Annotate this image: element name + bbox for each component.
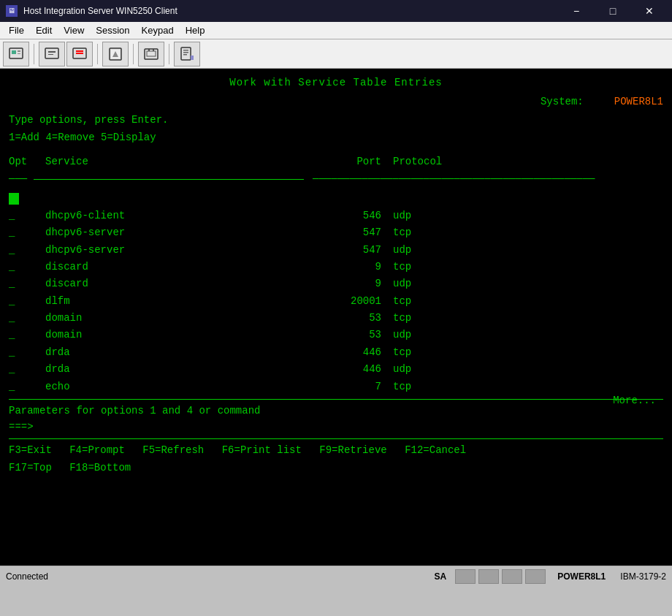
row-service: drda bbox=[45, 344, 323, 360]
menu-session[interactable]: Session bbox=[90, 22, 135, 39]
svg-rect-1 bbox=[12, 50, 16, 54]
toolbar-btn-6[interactable] bbox=[174, 42, 200, 66]
window-title: Host Integration Server WIN5250 Client bbox=[23, 6, 554, 16]
column-headers: Opt Service Port Protocol bbox=[9, 153, 663, 170]
row-port: 546 bbox=[323, 208, 381, 224]
toolbar-btn-2[interactable] bbox=[39, 42, 65, 66]
row-opt: _ bbox=[9, 293, 45, 309]
fkey-f18[interactable]: F18=Bottom bbox=[69, 462, 131, 474]
row-service: discard bbox=[45, 259, 323, 275]
fkey-f6[interactable]: F6=Print list bbox=[222, 444, 302, 456]
col-port-header: Port bbox=[323, 153, 381, 170]
row-opt: _ bbox=[9, 379, 45, 395]
row-opt: _ bbox=[9, 224, 45, 240]
title-bar: 🖥 Host Integration Server WIN5250 Client… bbox=[0, 0, 672, 22]
menu-keypad[interactable]: Keypad bbox=[136, 22, 180, 39]
row-protocol: udp bbox=[381, 208, 454, 224]
row-opt: _ bbox=[9, 327, 45, 343]
fkeys-line-1: F3=Exit F4=Prompt F5=Refresh F6=Print li… bbox=[9, 442, 663, 458]
row-protocol: udp bbox=[381, 361, 454, 377]
svg-rect-2 bbox=[18, 50, 20, 52]
fkeys-divider bbox=[9, 438, 663, 439]
table-row: _ dlfm 20001 tcp bbox=[9, 293, 663, 309]
toolbar-sep-2 bbox=[97, 44, 98, 64]
status-model: IBM-3179-2 bbox=[614, 571, 672, 582]
fkeys-line-2: F17=Top F18=Bottom bbox=[9, 460, 663, 476]
data-table: _ dhcpv6-client 546 udp _ dhcpv6-server … bbox=[9, 208, 663, 395]
menu-bar: File Edit View Session Keypad Help bbox=[0, 22, 672, 39]
row-port: 446 bbox=[323, 344, 381, 360]
opt-cursor[interactable] bbox=[9, 193, 19, 205]
svg-rect-3 bbox=[18, 53, 20, 54]
status-indicators bbox=[452, 569, 549, 584]
system-line: System: POWER8L1 bbox=[9, 94, 663, 110]
table-row: _ domain 53 udp bbox=[9, 327, 663, 343]
table-row: _ discard 9 tcp bbox=[9, 259, 663, 275]
row-port: 7 bbox=[323, 379, 381, 395]
row-service: dhcpv6-server bbox=[45, 224, 323, 240]
svg-rect-5 bbox=[47, 50, 57, 57]
row-service: dhcpv6-server bbox=[45, 242, 323, 258]
fkey-f12[interactable]: F12=Cancel bbox=[405, 444, 466, 456]
row-protocol: tcp bbox=[381, 344, 454, 360]
fkey-f9[interactable]: F9=Retrieve bbox=[319, 444, 386, 456]
row-opt: _ bbox=[9, 361, 45, 377]
svg-rect-21 bbox=[183, 52, 188, 53]
fkey-f4[interactable]: F4=Prompt bbox=[69, 444, 125, 456]
terminal-area[interactable]: Work with Service Table Entries System: … bbox=[0, 69, 672, 566]
menu-file[interactable]: File bbox=[3, 22, 30, 39]
indicator-1 bbox=[455, 569, 476, 584]
row-opt: _ bbox=[9, 208, 45, 224]
svg-rect-6 bbox=[48, 51, 56, 53]
row-protocol: tcp bbox=[381, 224, 454, 240]
row-port: 9 bbox=[323, 275, 381, 292]
row-protocol: tcp bbox=[381, 293, 454, 309]
indicator-3 bbox=[502, 569, 522, 584]
svg-rect-20 bbox=[183, 50, 188, 51]
toolbar-btn-5[interactable] bbox=[138, 42, 164, 66]
cmd-prompt-line: ===> bbox=[9, 419, 663, 435]
row-protocol: udp bbox=[381, 327, 454, 343]
row-service: discard bbox=[45, 275, 323, 292]
indicator-4 bbox=[525, 569, 546, 584]
row-opt: _ bbox=[9, 275, 45, 292]
fkey-f5[interactable]: F5=Refresh bbox=[142, 444, 204, 456]
table-row: _ dhcpv6-server 547 udp bbox=[9, 242, 663, 258]
options-line: 1=Add 4=Remove 5=Display bbox=[9, 129, 663, 145]
col-protocol-header: Protocol bbox=[381, 153, 454, 170]
maximize-button[interactable]: □ bbox=[596, 0, 630, 22]
row-opt: _ bbox=[9, 259, 45, 275]
parameters-line: Parameters for options 1 and 4 or comman… bbox=[9, 403, 663, 419]
menu-view[interactable]: View bbox=[58, 22, 90, 39]
menu-help[interactable]: Help bbox=[180, 22, 211, 39]
row-service: drda bbox=[45, 361, 323, 377]
params-divider bbox=[9, 399, 663, 400]
info-line: Type options, press Enter. bbox=[9, 112, 663, 128]
table-row: _ dhcpv6-client 546 udp bbox=[9, 208, 663, 224]
table-row: _ echo 7 tcp bbox=[9, 379, 663, 395]
header-divider: ─── ────────────────────────────────────… bbox=[9, 171, 663, 187]
toolbar-btn-1[interactable] bbox=[3, 42, 29, 66]
table-row: _ drda 446 udp bbox=[9, 361, 663, 377]
toolbar-sep-3 bbox=[133, 44, 134, 64]
fkey-f17[interactable]: F17=Top bbox=[9, 462, 52, 474]
status-connected: Connected bbox=[0, 571, 429, 582]
status-bar: Connected SA POWER8L1 IBM-3179-2 bbox=[0, 566, 672, 586]
row-protocol: udp bbox=[381, 275, 454, 292]
row-service: dlfm bbox=[45, 293, 323, 309]
row-opt: _ bbox=[9, 310, 45, 326]
system-label: System: bbox=[541, 96, 584, 107]
svg-rect-7 bbox=[48, 54, 53, 55]
minimize-button[interactable]: − bbox=[560, 0, 593, 22]
toolbar-sep-4 bbox=[169, 44, 169, 64]
toolbar-btn-3[interactable] bbox=[66, 42, 93, 66]
row-port: 446 bbox=[323, 361, 381, 377]
row-protocol: tcp bbox=[381, 259, 454, 275]
table-row: _ drda 446 tcp bbox=[9, 344, 663, 360]
row-port: 9 bbox=[323, 259, 381, 275]
fkey-f3[interactable]: F3=Exit bbox=[9, 444, 52, 456]
close-button[interactable]: ✕ bbox=[633, 0, 666, 22]
menu-edit[interactable]: Edit bbox=[30, 22, 58, 39]
toolbar-btn-4[interactable] bbox=[102, 42, 129, 66]
app-icon: 🖥 bbox=[6, 5, 18, 17]
